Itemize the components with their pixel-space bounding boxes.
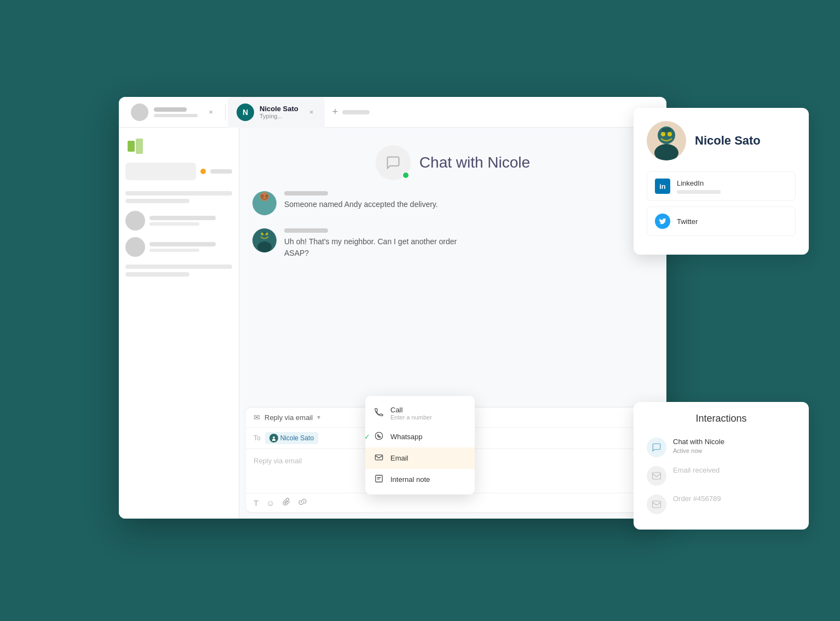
- interaction-order-icon: [652, 499, 661, 509]
- tab-nicole-name: Nicole Sato: [260, 105, 298, 113]
- svg-rect-14: [375, 455, 382, 460]
- interaction-chat-text: Chat with Nicole Active now: [673, 438, 724, 454]
- reply-to-name: Nicole Sato: [280, 434, 314, 442]
- sidebar-bar-4: [125, 272, 189, 277]
- sidebar-badge: [210, 169, 232, 174]
- attach-icon[interactable]: [283, 498, 291, 508]
- internal-note-label: Internal note: [390, 475, 430, 484]
- main-window: × N Nicole Sato Typing... × +: [119, 97, 666, 519]
- chat-icon-wrap: [376, 145, 411, 180]
- linkedin-label: LinkedIn: [677, 179, 721, 187]
- channel-dropdown-menu: Call Enter a number ✓ Wha: [365, 396, 475, 495]
- sidebar-item-line1-1: [149, 216, 216, 220]
- profile-header: Nicole Sato: [647, 121, 796, 160]
- profile-card: Nicole Sato in LinkedIn Twitter: [634, 108, 809, 255]
- interaction-order-name: Order #456789: [673, 495, 721, 503]
- interaction-email-text: Email received: [673, 466, 720, 474]
- message-row-2: Uh oh! That's my neighbor. Can I get ano…: [252, 228, 653, 259]
- interaction-item-order[interactable]: Order #456789: [647, 490, 796, 519]
- sidebar-item-line2-1: [149, 222, 199, 226]
- tab-nicole-close[interactable]: ×: [307, 108, 316, 117]
- svg-point-18: [661, 132, 665, 136]
- interaction-email-icon-wrap: [647, 466, 666, 486]
- tab-bar: × N Nicole Sato Typing... × +: [119, 97, 666, 128]
- social-twitter[interactable]: Twitter: [647, 206, 796, 236]
- message-name-bar-2: [284, 228, 328, 233]
- sidebar-search-area: [125, 163, 232, 180]
- app-logo-icon: [128, 139, 143, 154]
- chat-bubble-icon: [386, 155, 401, 170]
- tab-nicole-avatar: N: [237, 104, 254, 121]
- social-linkedin[interactable]: in LinkedIn: [647, 171, 796, 201]
- interaction-chat-name: Chat with Nicole: [673, 438, 724, 446]
- dropdown-item-call[interactable]: Call Enter a number: [365, 400, 475, 426]
- svg-point-3: [257, 204, 272, 215]
- interaction-chat-sub: Active now: [673, 447, 724, 454]
- tab-text: [154, 107, 198, 117]
- avatar-nicole: [252, 228, 277, 252]
- reply-to-label: To: [254, 434, 261, 442]
- dropdown-item-whatsapp[interactable]: ✓ Whatsapp: [365, 426, 475, 447]
- chat-area: Chat with Nicole: [239, 128, 666, 519]
- tab-title-bar: [154, 107, 187, 112]
- interactions-title: Interactions: [647, 413, 796, 424]
- sidebar-item-avatar-2: [125, 237, 145, 257]
- svg-rect-20: [662, 128, 671, 132]
- linkedin-icon: in: [655, 179, 670, 194]
- svg-rect-22: [653, 501, 661, 508]
- sidebar-item-lines-2: [149, 242, 232, 252]
- profile-figure-icon: [647, 121, 686, 160]
- svg-rect-15: [376, 475, 382, 482]
- sidebar-item-2[interactable]: [119, 234, 239, 260]
- svg-point-12: [272, 439, 275, 441]
- online-status-dot: [402, 171, 410, 179]
- email-label: Email: [390, 454, 409, 462]
- reply-placeholder: Reply via email: [254, 457, 302, 465]
- dropdown-item-email[interactable]: Email: [365, 447, 475, 469]
- reply-toolbar: T ☺: [246, 493, 660, 512]
- tab-new[interactable]: +: [325, 106, 378, 118]
- tab-avatar: [131, 104, 148, 121]
- sidebar-item-1[interactable]: [119, 208, 239, 234]
- sidebar-section-2: [119, 260, 239, 281]
- svg-rect-1: [136, 139, 143, 154]
- interaction-item-chat[interactable]: Chat with Nicole Active now: [647, 433, 796, 462]
- interactions-card: Interactions Chat with Nicole Active now: [634, 402, 809, 530]
- tab-close-button[interactable]: ×: [206, 108, 215, 117]
- sidebar-logo: [119, 134, 239, 163]
- interaction-email-name: Email received: [673, 466, 720, 474]
- tab-generic[interactable]: ×: [123, 97, 223, 128]
- interaction-item-email[interactable]: Email received: [647, 462, 796, 490]
- dropdown-item-internal[interactable]: Internal note: [365, 469, 475, 490]
- dropdown-call-text: Call Enter a number: [390, 406, 432, 421]
- reply-label: Reply via email: [264, 413, 313, 422]
- svg-point-5: [265, 194, 268, 198]
- sidebar-search-bar: [125, 163, 196, 180]
- reply-email-icon: ✉: [254, 413, 260, 422]
- whatsapp-icon: [374, 432, 384, 442]
- call-sublabel: Enter a number: [390, 414, 432, 421]
- link-icon[interactable]: [298, 498, 307, 508]
- text-format-icon[interactable]: T: [254, 498, 258, 508]
- avatar-andy: [252, 191, 277, 215]
- emoji-icon[interactable]: ☺: [266, 498, 274, 508]
- interaction-order-icon-wrap: [647, 495, 666, 514]
- sidebar-item-line2-2: [149, 249, 199, 252]
- tab-divider: [225, 104, 226, 120]
- svg-rect-10: [262, 232, 267, 234]
- profile-avatar: [647, 121, 686, 160]
- svg-point-19: [668, 132, 672, 136]
- reply-chevron-icon[interactable]: ▾: [317, 413, 320, 421]
- whatsapp-label: Whatsapp: [390, 433, 423, 441]
- sidebar-item-line1-2: [149, 242, 216, 246]
- tab-nicole[interactable]: N Nicole Sato Typing... ×: [228, 97, 325, 128]
- tab-nicole-text: Nicole Sato Typing...: [260, 105, 298, 119]
- chat-title: Chat with Nicole: [419, 154, 530, 171]
- app-container: × N Nicole Sato Typing... × +: [119, 97, 721, 524]
- messages-area: Someone named Andy accepted the delivery…: [239, 191, 666, 400]
- interaction-chat-icon-wrap: [647, 438, 666, 457]
- linkedin-bar: [677, 190, 721, 194]
- svg-point-17: [654, 144, 678, 160]
- svg-rect-21: [653, 473, 661, 479]
- chat-header: Chat with Nicole: [239, 128, 666, 191]
